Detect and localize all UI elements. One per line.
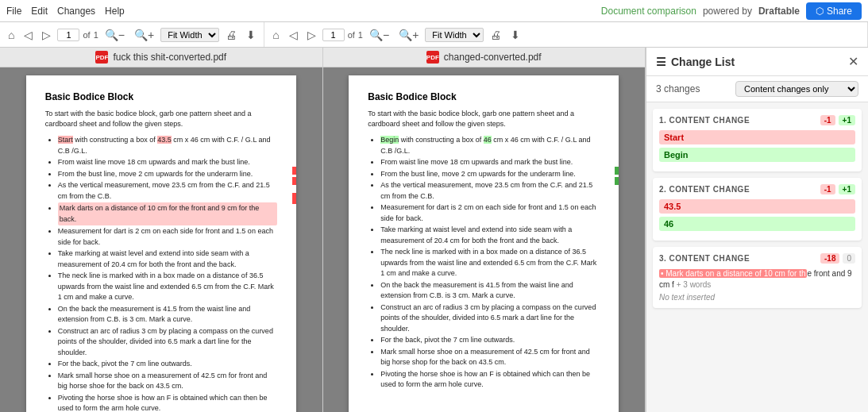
left-pdf-header: PDF fuck this shit-converted.pdf: [0, 48, 322, 67]
change-marker-1-right: [615, 167, 619, 175]
draftable-label: Draftable: [758, 6, 800, 17]
menu-help[interactable]: Help: [105, 6, 125, 17]
list-item: From the bust line, move 2 cm upwards fo…: [380, 169, 600, 180]
change-3-title: 3. CONTENT CHANGE: [659, 254, 750, 263]
download-btn-left[interactable]: ⬇: [243, 27, 259, 43]
zoom-out-btn-left[interactable]: 🔍−: [102, 27, 128, 43]
list-item: Mark small horse shoe on a measurement o…: [58, 371, 277, 392]
list-item: Construct an arc of radius 3 cm by placi…: [380, 302, 600, 335]
nav-home-btn-right[interactable]: ⌂: [269, 27, 282, 43]
menu-changes[interactable]: Changes: [57, 6, 95, 17]
left-pdf-page: Basic Bodice Block To start with the bas…: [26, 75, 296, 412]
right-toolbar: ⌂ ◁ ▷ of 1 🔍− 🔍+ Fit Width 50% 75% 100% …: [264, 22, 868, 47]
list-item: Pivoting the horse shoe is how an F is o…: [380, 369, 600, 391]
change-1-ins-badge: +1: [839, 115, 855, 125]
right-pdf-page: Basic Bodice Block To start with the bas…: [349, 75, 619, 412]
list-item: Measurement for dart is 2 cm on each sid…: [58, 226, 277, 248]
change-2-badges: -1 +1: [820, 184, 855, 194]
change-2-deleted: 43.5: [659, 199, 855, 214]
nav-next-btn-right[interactable]: ▷: [304, 27, 319, 43]
list-item: From waist line move 18 cm upwards and m…: [380, 157, 600, 168]
list-item: As the vertical measurement, move 23.5 c…: [380, 180, 600, 202]
print-btn-right[interactable]: 🖨: [487, 27, 504, 43]
list-item: Start with constructing a box of 43.5 cm…: [58, 135, 277, 156]
zoom-in-btn-left[interactable]: 🔍+: [131, 27, 157, 43]
change-list-header: ☰ Change List ✕: [646, 48, 868, 76]
menu-edit[interactable]: Edit: [31, 6, 48, 17]
right-pdf-bullets: Begin with constructing a box of 46 cm x…: [368, 135, 600, 391]
change-3-body: • Mark darts on a distance of 10 cm for …: [659, 268, 855, 291]
right-page-total: 1: [358, 30, 363, 40]
right-pdf-header: PDF changed-converted.pdf: [323, 48, 646, 67]
deleted-number: 43.5: [157, 136, 172, 144]
zoom-select-left[interactable]: Fit Width 50% 75% 100% 150%: [160, 28, 219, 42]
deleted-word: Start: [58, 136, 73, 144]
change-1-deleted: Start: [659, 130, 855, 144]
change-marker-2-right: [615, 177, 619, 185]
right-pdf-intro: To start with the basic bodice block, ga…: [368, 109, 600, 129]
menu-items: File Edit Changes Help: [6, 6, 125, 17]
list-item: Measurement for dart is 2 cm on each sid…: [380, 202, 600, 224]
change-item-2[interactable]: 2. CONTENT CHANGE -1 +1 43.5 46: [653, 178, 862, 241]
change-3-no-inserted: No text inserted: [659, 293, 855, 302]
filter-select[interactable]: Content changes only All changes Formatt…: [735, 81, 858, 97]
zoom-select-right[interactable]: Fit Width 50% 75% 100%: [425, 28, 484, 42]
changes-count: 3 changes: [656, 83, 700, 94]
doc-comparison-label: Document comparison: [601, 6, 696, 17]
change-3-ins-badge: 0: [843, 253, 855, 264]
right-pdf-title: Basic Bodice Block: [368, 91, 600, 102]
change-2-inserted: 46: [659, 217, 855, 231]
change-item-1[interactable]: 1. CONTENT CHANGE -1 +1 Start Begin: [653, 109, 862, 171]
menu-file[interactable]: File: [6, 6, 21, 17]
list-item: On the back the measurement is 41.5 from…: [380, 280, 600, 302]
change-item-3-header: 3. CONTENT CHANGE -18 0: [659, 253, 855, 264]
change-1-inserted: Begin: [659, 148, 855, 162]
right-pdf-filename: changed-converted.pdf: [444, 52, 542, 63]
change-3-extra-words: + 3 words: [677, 280, 712, 289]
nav-next-btn[interactable]: ▷: [39, 27, 54, 43]
right-pdf-panel: PDF changed-converted.pdf Basic Bodice B…: [323, 48, 646, 412]
left-pdf-bullets: Start with constructing a box of 43.5 cm…: [45, 135, 277, 412]
change-list-body[interactable]: 1. CONTENT CHANGE -1 +1 Start Begin 2. C…: [646, 102, 868, 412]
change-item-2-header: 2. CONTENT CHANGE -1 +1: [659, 184, 855, 194]
change-3-badges: -18 0: [820, 253, 855, 264]
list-item: Mark darts on a distance of 10 cm for th…: [58, 202, 277, 225]
zoom-out-btn-right[interactable]: 🔍−: [366, 27, 392, 43]
list-item: Take marking at waist level and extend i…: [58, 248, 277, 270]
change-marker-1-left: [292, 167, 296, 175]
list-item: For the back, pivot the 7 cm line outwar…: [380, 335, 600, 346]
list-item: Construct an arc of radius 3 cm by placi…: [58, 326, 277, 359]
left-pdf-panel: PDF fuck this shit-converted.pdf Basic B…: [0, 48, 323, 412]
change-list-title-text: Change List: [671, 56, 735, 68]
nav-home-btn[interactable]: ⌂: [5, 27, 17, 43]
list-item: The neck line is marked with in a box ma…: [58, 271, 277, 303]
left-pdf-title: Basic Bodice Block: [45, 91, 277, 102]
left-pdf-filename: fuck this shit-converted.pdf: [113, 52, 226, 63]
inserted-number: 46: [484, 136, 492, 144]
list-item: Mark small horse shoe on a measurement o…: [380, 347, 600, 368]
left-pdf-content[interactable]: Basic Bodice Block To start with the bas…: [0, 67, 322, 412]
nav-prev-btn-right[interactable]: ◁: [286, 27, 301, 43]
close-change-list-button[interactable]: ✕: [848, 54, 858, 69]
change-marker-3-left: [292, 193, 296, 204]
zoom-in-btn-right[interactable]: 🔍+: [395, 27, 422, 43]
main-layout: PDF fuck this shit-converted.pdf Basic B…: [0, 48, 868, 412]
left-toolbar: ⌂ ◁ ▷ of 1 🔍− 🔍+ Fit Width 50% 75% 100% …: [0, 22, 264, 47]
change-3-deleted-text: • Mark darts on a distance of 10 cm for …: [659, 269, 807, 278]
change-item-3[interactable]: 3. CONTENT CHANGE -18 0 • Mark darts on …: [653, 247, 862, 308]
change-list-panel: ☰ Change List ✕ 3 changes Content change…: [646, 48, 868, 412]
share-button[interactable]: ⬡ Share: [806, 2, 862, 20]
left-page-input[interactable]: [57, 29, 79, 41]
list-item: Take marking at waist level and extend i…: [380, 225, 600, 246]
download-btn-right[interactable]: ⬇: [507, 27, 523, 43]
inserted-word: Begin: [380, 136, 399, 144]
change-list-filter-bar: 3 changes Content changes only All chang…: [646, 76, 868, 102]
toolbar-row: ⌂ ◁ ▷ of 1 🔍− 🔍+ Fit Width 50% 75% 100% …: [0, 22, 868, 48]
print-btn-left[interactable]: 🖨: [222, 27, 240, 43]
list-item: For the back, pivot the 7 cm line outwar…: [58, 359, 277, 370]
left-page-of: of: [83, 30, 90, 40]
right-pdf-content[interactable]: Basic Bodice Block To start with the bas…: [323, 67, 646, 412]
top-right-area: Document comparison powered by Draftable…: [601, 2, 862, 20]
nav-prev-btn[interactable]: ◁: [21, 27, 36, 43]
right-page-input[interactable]: [322, 29, 345, 41]
